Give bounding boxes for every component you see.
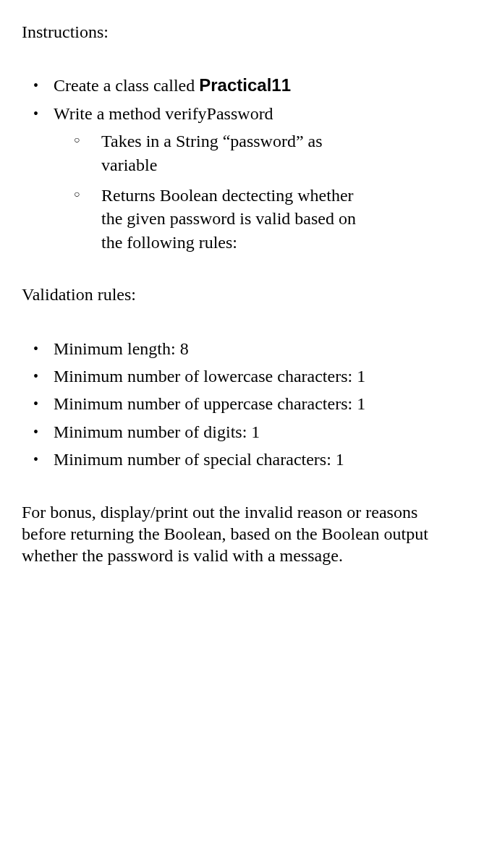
- list-item: Minimum number of special characters: 1: [33, 448, 462, 471]
- instructions-heading: Instructions:: [22, 20, 462, 43]
- list-item: Minimum length: 8: [33, 337, 462, 360]
- instructions-list: Create a class called Practical11 Write …: [22, 74, 462, 254]
- list-item-text: Write a method verifyPassword: [54, 104, 273, 123]
- validation-heading: Validation rules:: [22, 283, 462, 306]
- list-item: Create a class called Practical11: [33, 74, 462, 97]
- class-name-bold: Practical11: [199, 75, 291, 95]
- sub-list-item: Takes in a String “password” as variable: [74, 129, 363, 176]
- bonus-paragraph: For bonus, display/print out the invalid…: [22, 501, 462, 566]
- list-item: Minimum number of lowercase characters: …: [33, 365, 462, 388]
- list-item: Minimum number of uppercase characters: …: [33, 392, 462, 415]
- sub-list: Takes in a String “password” as variable…: [54, 129, 462, 254]
- sub-list-item: Returns Boolean dectecting whether the g…: [74, 184, 363, 254]
- validation-rules-list: Minimum length: 8 Minimum number of lowe…: [22, 337, 462, 472]
- list-item: Write a method verifyPassword Takes in a…: [33, 102, 462, 254]
- list-item: Minimum number of digits: 1: [33, 420, 462, 443]
- list-item-text: Create a class called: [54, 76, 199, 95]
